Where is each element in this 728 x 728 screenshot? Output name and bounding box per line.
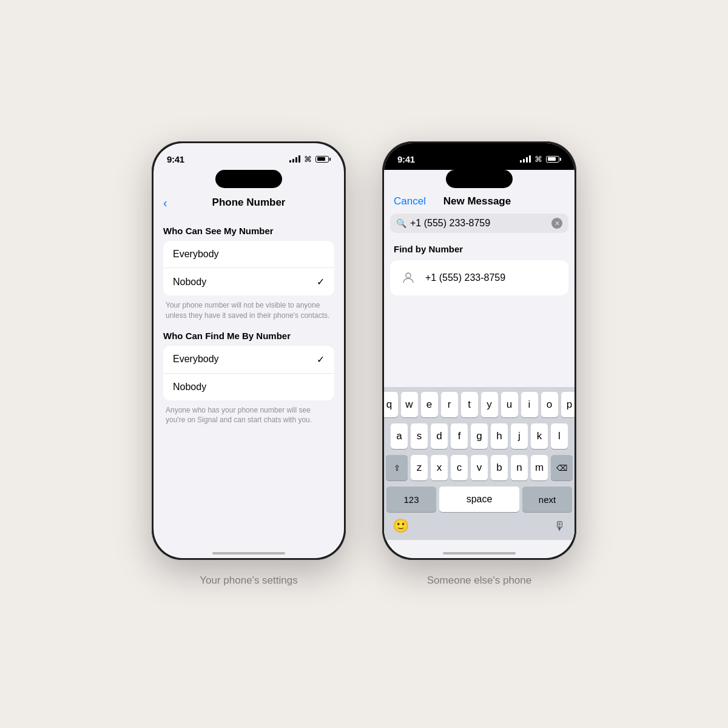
home-indicator-2 [384,540,575,558]
settings-content: Who Can See My Number Everybody Nobody ✓… [153,216,344,540]
phone1-wrapper: 9:41 ⌘ ‹ Pho [152,141,346,587]
key-e[interactable]: e [421,392,438,417]
empty-space [384,298,575,387]
scene: 9:41 ⌘ ‹ Pho [0,105,728,623]
contact-avatar-icon [399,268,418,288]
contact-result[interactable]: +1 (555) 233-8759 [390,260,568,295]
keyboard-row-1: q w e r t y u i o p [386,392,572,417]
keyboard-bottom-row: 123 space next [386,487,572,512]
home-indicator-1 [153,540,344,558]
section2-title: Who Can Find Me By Number [163,331,334,341]
key-i[interactable]: i [521,392,538,417]
key-c[interactable]: c [451,455,468,480]
key-o[interactable]: o [541,392,558,417]
key-w[interactable]: w [401,392,418,417]
everybody-row-1[interactable]: Everybody [163,241,334,268]
status-time-2: 9:41 [397,154,415,164]
nobody-label-2: Nobody [173,382,206,393]
phone2: 9:41 ⌘ [382,141,576,560]
key-a[interactable]: a [391,423,408,449]
svg-point-0 [406,273,411,278]
key-l[interactable]: l [551,423,568,449]
numbers-key[interactable]: 123 [386,487,436,512]
keyboard: q w e r t y u i o p a [384,387,575,540]
key-n[interactable]: n [511,455,528,480]
key-t[interactable]: t [461,392,478,417]
emoji-icon[interactable]: 🙂 [393,518,409,534]
key-u[interactable]: u [501,392,518,417]
everybody-row-2[interactable]: Everybody ✓ [163,346,334,374]
phone1-caption: Your phone's settings [200,575,297,587]
messages-screen: Cancel New Message 🔍 +1 (555) 233-8759 ✕… [384,192,575,540]
key-d[interactable]: d [431,423,448,449]
shift-key[interactable]: ⇧ [386,455,408,480]
contact-phone-number: +1 (555) 233-8759 [425,272,505,283]
key-f[interactable]: f [451,423,468,449]
key-h[interactable]: h [491,423,508,449]
everybody-label-1: Everybody [173,249,219,260]
key-p[interactable]: p [561,392,575,417]
keyboard-extras: 🙂 🎙 [386,516,572,538]
signal-icon-2 [520,155,531,163]
key-b[interactable]: b [491,455,508,480]
phone2-wrapper: 9:41 ⌘ [382,141,576,587]
phone2-caption: Someone else's phone [427,575,531,587]
status-icons-2: ⌘ [520,155,561,164]
key-z[interactable]: z [411,455,428,480]
key-y[interactable]: y [481,392,498,417]
key-j[interactable]: j [511,423,528,449]
wifi-icon-1: ⌘ [304,155,312,164]
everybody-label-2: Everybody [173,354,219,365]
status-bar-2: 9:41 ⌘ [384,143,575,170]
search-icon: 🔍 [396,218,406,228]
key-v[interactable]: v [471,455,488,480]
key-x[interactable]: x [431,455,448,480]
search-clear-button[interactable]: ✕ [551,218,562,229]
delete-key[interactable]: ⌫ [551,455,573,480]
dynamic-island-1 [215,170,282,188]
battery-icon-2 [546,156,561,163]
checkmark-1: ✓ [317,276,325,288]
search-bar[interactable]: 🔍 +1 (555) 233-8759 ✕ [390,214,568,233]
space-key[interactable]: space [439,487,519,512]
next-key[interactable]: next [522,487,572,512]
cancel-button[interactable]: Cancel [394,195,426,207]
key-q[interactable]: q [384,392,398,417]
settings-nav: ‹ Phone Number [153,192,344,216]
section1-note: Your phone number will not be visible to… [166,300,332,321]
phone-number-title: Phone Number [212,197,286,209]
find-by-number-label: Find by Number [384,238,575,258]
status-bar-1: 9:41 ⌘ [153,143,344,170]
back-button[interactable]: ‹ [163,196,167,210]
dynamic-island-2 [446,170,513,188]
key-k[interactable]: k [531,423,548,449]
key-s[interactable]: s [411,423,428,449]
keyboard-row-3: ⇧ z x c v b n m ⌫ [386,455,572,480]
checkmark-2: ✓ [317,354,325,365]
wifi-icon-2: ⌘ [534,155,542,164]
messages-nav: Cancel New Message [384,192,575,214]
battery-icon-1 [315,156,331,163]
status-time-1: 9:41 [167,154,184,164]
section1-title: Who Can See My Number [163,226,334,236]
phone1: 9:41 ⌘ ‹ Pho [152,141,346,560]
section2-note: Anyone who has your phone number will se… [166,405,332,426]
search-input-value[interactable]: +1 (555) 233-8759 [410,218,548,229]
new-message-title: New Message [443,195,511,207]
nobody-row-2[interactable]: Nobody [163,374,334,400]
key-m[interactable]: m [531,455,548,480]
status-icons-1: ⌘ [289,155,331,164]
key-r[interactable]: r [441,392,458,417]
keyboard-row-2: a s d f g h j k l [386,423,572,449]
signal-icon-1 [289,155,300,163]
microphone-icon[interactable]: 🎙 [554,519,566,533]
section2-group: Everybody ✓ Nobody [163,346,334,400]
nobody-row-1[interactable]: Nobody ✓ [163,268,334,295]
nobody-label-1: Nobody [173,277,206,288]
section1-group: Everybody Nobody ✓ [163,241,334,295]
key-g[interactable]: g [471,423,488,449]
